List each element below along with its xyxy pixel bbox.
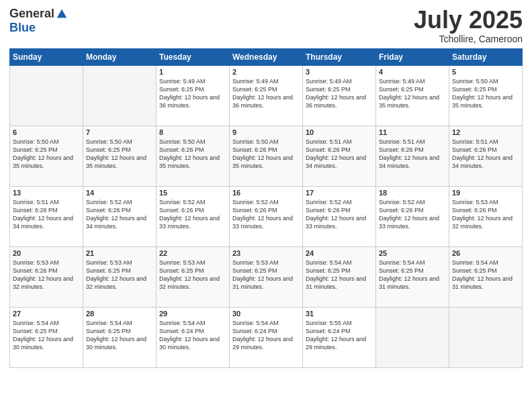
calendar-page: General Blue July 2025 Tchollire, Camero… <box>0 0 532 411</box>
calendar-day-cell: 26Sunrise: 5:54 AM Sunset: 6:25 PM Dayli… <box>449 246 523 307</box>
weekday-header-row: Sunday Monday Tuesday Wednesday Thursday… <box>10 48 523 65</box>
day-info: Sunrise: 5:54 AM Sunset: 6:24 PM Dayligh… <box>159 319 226 352</box>
day-info: Sunrise: 5:53 AM Sunset: 6:25 PM Dayligh… <box>232 259 300 291</box>
header-tuesday: Tuesday <box>157 48 230 65</box>
calendar-day-cell: 24Sunrise: 5:54 AM Sunset: 6:25 PM Dayli… <box>303 246 376 307</box>
day-number: 10 <box>306 128 373 136</box>
day-number: 20 <box>13 249 80 257</box>
logo-general-text: General <box>9 7 54 21</box>
calendar-week-row: 13Sunrise: 5:51 AM Sunset: 6:26 PM Dayli… <box>10 186 523 246</box>
day-number: 13 <box>13 189 80 197</box>
title-section: July 2025 Tchollire, Cameroon <box>414 7 523 44</box>
day-number: 29 <box>159 310 226 318</box>
day-info: Sunrise: 5:49 AM Sunset: 6:25 PM Dayligh… <box>159 77 226 110</box>
calendar-day-cell: 3Sunrise: 5:49 AM Sunset: 6:25 PM Daylig… <box>303 65 376 126</box>
day-info: Sunrise: 5:51 AM Sunset: 6:26 PM Dayligh… <box>452 138 519 171</box>
calendar-week-row: 27Sunrise: 5:54 AM Sunset: 6:25 PM Dayli… <box>10 307 523 367</box>
calendar-day-cell: 14Sunrise: 5:52 AM Sunset: 6:26 PM Dayli… <box>83 186 157 246</box>
calendar-day-cell: 30Sunrise: 5:54 AM Sunset: 6:24 PM Dayli… <box>230 307 303 367</box>
day-info: Sunrise: 5:50 AM Sunset: 6:25 PM Dayligh… <box>452 77 519 110</box>
day-info: Sunrise: 5:54 AM Sunset: 6:25 PM Dayligh… <box>379 259 446 291</box>
calendar-day-cell: 29Sunrise: 5:54 AM Sunset: 6:24 PM Dayli… <box>157 307 230 367</box>
day-number: 19 <box>452 189 519 197</box>
calendar-day-cell <box>10 65 83 126</box>
day-number: 30 <box>232 310 300 318</box>
logo-blue-text: Blue <box>9 21 36 35</box>
location-text: Tchollire, Cameroon <box>414 34 523 44</box>
day-number: 12 <box>452 128 519 136</box>
day-number: 7 <box>86 128 153 136</box>
calendar-day-cell: 15Sunrise: 5:52 AM Sunset: 6:26 PM Dayli… <box>157 186 230 246</box>
day-info: Sunrise: 5:50 AM Sunset: 6:26 PM Dayligh… <box>159 138 226 171</box>
calendar-day-cell: 7Sunrise: 5:50 AM Sunset: 6:25 PM Daylig… <box>83 126 157 186</box>
day-info: Sunrise: 5:50 AM Sunset: 6:26 PM Dayligh… <box>232 138 300 171</box>
calendar-day-cell: 12Sunrise: 5:51 AM Sunset: 6:26 PM Dayli… <box>449 126 523 186</box>
calendar-day-cell: 6Sunrise: 5:50 AM Sunset: 6:25 PM Daylig… <box>10 126 83 186</box>
calendar-week-row: 20Sunrise: 5:53 AM Sunset: 6:26 PM Dayli… <box>10 246 523 307</box>
calendar-day-cell: 10Sunrise: 5:51 AM Sunset: 6:26 PM Dayli… <box>303 126 376 186</box>
day-number: 16 <box>232 189 300 197</box>
calendar-day-cell: 20Sunrise: 5:53 AM Sunset: 6:26 PM Dayli… <box>10 246 83 307</box>
day-number: 31 <box>306 310 373 318</box>
day-info: Sunrise: 5:51 AM Sunset: 6:26 PM Dayligh… <box>13 198 80 231</box>
calendar-day-cell: 28Sunrise: 5:54 AM Sunset: 6:25 PM Dayli… <box>83 307 157 367</box>
calendar-day-cell: 1Sunrise: 5:49 AM Sunset: 6:25 PM Daylig… <box>157 65 230 126</box>
day-number: 11 <box>379 128 446 136</box>
day-number: 5 <box>452 68 519 76</box>
day-number: 28 <box>86 310 153 318</box>
header-friday: Friday <box>376 48 449 65</box>
day-number: 18 <box>379 189 446 197</box>
day-info: Sunrise: 5:49 AM Sunset: 6:25 PM Dayligh… <box>306 77 373 110</box>
day-number: 3 <box>306 68 373 76</box>
header-sunday: Sunday <box>10 48 83 65</box>
calendar-day-cell: 9Sunrise: 5:50 AM Sunset: 6:26 PM Daylig… <box>230 126 303 186</box>
calendar-day-cell: 17Sunrise: 5:52 AM Sunset: 6:26 PM Dayli… <box>303 186 376 246</box>
day-info: Sunrise: 5:52 AM Sunset: 6:26 PM Dayligh… <box>86 198 153 231</box>
calendar-day-cell <box>376 307 449 367</box>
day-info: Sunrise: 5:54 AM Sunset: 6:24 PM Dayligh… <box>232 319 300 352</box>
logo-icon <box>56 8 68 20</box>
day-info: Sunrise: 5:53 AM Sunset: 6:26 PM Dayligh… <box>13 259 80 291</box>
header-monday: Monday <box>83 48 157 65</box>
svg-marker-0 <box>57 9 66 17</box>
day-info: Sunrise: 5:52 AM Sunset: 6:26 PM Dayligh… <box>232 198 300 231</box>
day-info: Sunrise: 5:51 AM Sunset: 6:26 PM Dayligh… <box>306 138 373 171</box>
calendar-day-cell: 31Sunrise: 5:55 AM Sunset: 6:24 PM Dayli… <box>303 307 376 367</box>
calendar-day-cell: 4Sunrise: 5:49 AM Sunset: 6:25 PM Daylig… <box>376 65 449 126</box>
day-number: 21 <box>86 249 153 257</box>
header-thursday: Thursday <box>303 48 376 65</box>
calendar-week-row: 6Sunrise: 5:50 AM Sunset: 6:25 PM Daylig… <box>10 126 523 186</box>
calendar-day-cell: 2Sunrise: 5:49 AM Sunset: 6:25 PM Daylig… <box>230 65 303 126</box>
month-year-title: July 2025 <box>414 7 523 34</box>
day-info: Sunrise: 5:52 AM Sunset: 6:26 PM Dayligh… <box>379 198 446 231</box>
day-info: Sunrise: 5:51 AM Sunset: 6:26 PM Dayligh… <box>379 138 446 171</box>
logo: General Blue <box>9 7 68 35</box>
calendar-day-cell: 11Sunrise: 5:51 AM Sunset: 6:26 PM Dayli… <box>376 126 449 186</box>
calendar-day-cell: 23Sunrise: 5:53 AM Sunset: 6:25 PM Dayli… <box>230 246 303 307</box>
day-info: Sunrise: 5:54 AM Sunset: 6:25 PM Dayligh… <box>306 259 373 291</box>
day-number: 25 <box>379 249 446 257</box>
calendar-day-cell: 21Sunrise: 5:53 AM Sunset: 6:25 PM Dayli… <box>83 246 157 307</box>
day-info: Sunrise: 5:53 AM Sunset: 6:25 PM Dayligh… <box>86 259 153 291</box>
header-saturday: Saturday <box>449 48 523 65</box>
calendar-day-cell: 8Sunrise: 5:50 AM Sunset: 6:26 PM Daylig… <box>157 126 230 186</box>
day-info: Sunrise: 5:55 AM Sunset: 6:24 PM Dayligh… <box>306 319 373 352</box>
day-number: 8 <box>159 128 226 136</box>
calendar-day-cell: 5Sunrise: 5:50 AM Sunset: 6:25 PM Daylig… <box>449 65 523 126</box>
day-info: Sunrise: 5:53 AM Sunset: 6:25 PM Dayligh… <box>159 259 226 291</box>
day-info: Sunrise: 5:53 AM Sunset: 6:26 PM Dayligh… <box>452 198 519 231</box>
calendar-day-cell: 19Sunrise: 5:53 AM Sunset: 6:26 PM Dayli… <box>449 186 523 246</box>
day-number: 23 <box>232 249 300 257</box>
calendar-day-cell: 13Sunrise: 5:51 AM Sunset: 6:26 PM Dayli… <box>10 186 83 246</box>
day-number: 26 <box>452 249 519 257</box>
day-info: Sunrise: 5:52 AM Sunset: 6:26 PM Dayligh… <box>306 198 373 231</box>
calendar-week-row: 1Sunrise: 5:49 AM Sunset: 6:25 PM Daylig… <box>10 65 523 126</box>
calendar-day-cell: 27Sunrise: 5:54 AM Sunset: 6:25 PM Dayli… <box>10 307 83 367</box>
day-number: 9 <box>232 128 300 136</box>
day-number: 24 <box>306 249 373 257</box>
day-info: Sunrise: 5:54 AM Sunset: 6:25 PM Dayligh… <box>452 259 519 291</box>
calendar-day-cell: 16Sunrise: 5:52 AM Sunset: 6:26 PM Dayli… <box>230 186 303 246</box>
day-number: 27 <box>13 310 80 318</box>
day-number: 17 <box>306 189 373 197</box>
header: General Blue July 2025 Tchollire, Camero… <box>9 7 523 44</box>
